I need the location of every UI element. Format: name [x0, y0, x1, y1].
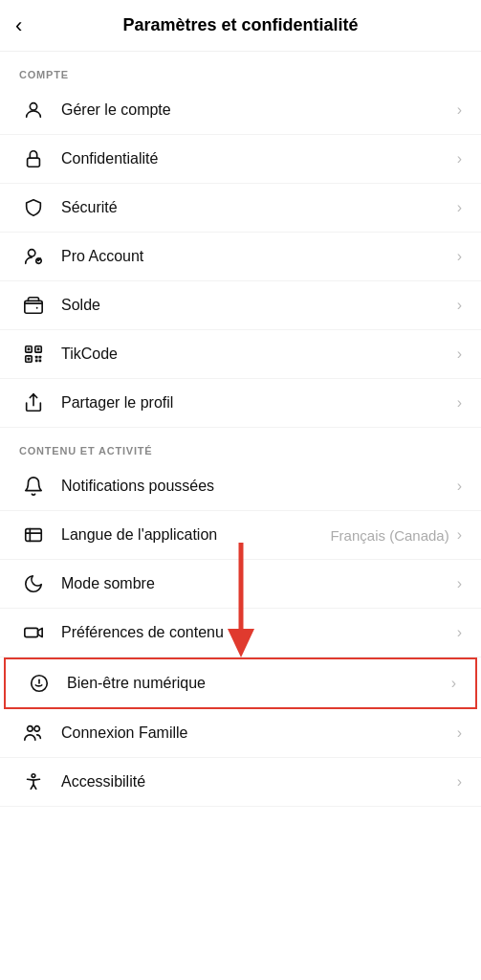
menu-value-language: Français (Canada)	[330, 527, 448, 544]
svg-rect-10	[35, 360, 38, 363]
video-icon	[19, 622, 48, 643]
menu-label-family-pairing: Connexion Famille	[61, 724, 453, 742]
menu-label-balance: Solde	[61, 297, 453, 314]
lock-icon	[19, 148, 48, 169]
tikcode-icon	[19, 344, 48, 365]
chevron-icon-pro-account: ›	[457, 248, 462, 265]
menu-item-manage-account[interactable]: Gérer le compte ›	[0, 86, 481, 135]
chevron-icon-family-pairing: ›	[457, 724, 462, 742]
share-icon	[19, 392, 48, 413]
svg-rect-12	[28, 348, 31, 351]
svg-rect-8	[35, 356, 38, 359]
svg-marker-19	[228, 629, 254, 657]
shield-icon	[19, 197, 48, 218]
accessibility-icon	[19, 771, 48, 792]
svg-point-22	[34, 726, 39, 732]
menu-item-notifications[interactable]: Notifications poussées ›	[0, 462, 481, 511]
menu-item-tikcode[interactable]: TikCode ›	[0, 330, 481, 379]
svg-rect-11	[39, 360, 42, 363]
svg-rect-14	[28, 358, 31, 361]
menu-label-tikcode: TikCode	[61, 345, 453, 363]
svg-rect-9	[39, 356, 42, 359]
wellbeing-icon	[25, 673, 54, 694]
menu-item-balance[interactable]: Solde ›	[0, 281, 481, 330]
chevron-icon-accessibility: ›	[457, 773, 462, 791]
down-arrow-icon	[222, 543, 260, 657]
section-label-0: COMPTE	[0, 52, 481, 86]
person-icon	[19, 100, 48, 121]
header: ‹ Paramètres et confidentialité	[0, 0, 481, 52]
menu-label-notifications: Notifications poussées	[61, 478, 453, 495]
svg-rect-1	[28, 158, 40, 167]
chevron-icon-notifications: ›	[457, 478, 462, 495]
menu-item-accessibility[interactable]: Accessibilité ›	[0, 758, 481, 807]
chevron-icon-content-prefs: ›	[457, 624, 462, 641]
menu-label-share-profile: Partager le profil	[61, 394, 453, 412]
chevron-icon-tikcode: ›	[457, 345, 462, 363]
page-title: Paramètres et confidentialité	[122, 15, 358, 35]
menu-item-family-pairing[interactable]: Connexion Famille ›	[0, 709, 481, 758]
back-button[interactable]: ‹	[15, 13, 22, 38]
menu-label-pro-account: Pro Account	[61, 248, 453, 265]
wallet-icon	[19, 295, 48, 316]
svg-point-23	[32, 774, 35, 778]
svg-point-2	[29, 250, 35, 256]
menu-item-share-profile[interactable]: Partager le profil ›	[0, 379, 481, 428]
menu-label-language: Langue de l'application	[61, 526, 330, 544]
menu-label-manage-account: Gérer le compte	[61, 101, 453, 119]
chevron-icon-security: ›	[457, 199, 462, 216]
chevron-icon-balance: ›	[457, 297, 462, 314]
chevron-icon-manage-account: ›	[457, 101, 462, 119]
svg-rect-4	[25, 301, 42, 313]
family-icon	[19, 723, 48, 744]
svg-rect-13	[37, 348, 40, 351]
pro-person-icon	[19, 246, 48, 267]
chevron-icon-share-profile: ›	[457, 394, 462, 412]
moon-icon	[19, 573, 48, 594]
menu-item-security[interactable]: Sécurité ›	[0, 184, 481, 233]
menu-label-privacy: Confidentialité	[61, 150, 453, 167]
chevron-icon-privacy: ›	[457, 150, 462, 167]
svg-point-21	[28, 726, 33, 732]
chevron-icon-language: ›	[457, 526, 462, 544]
menu-label-digital-wellbeing: Bien-être numérique	[67, 675, 448, 692]
menu-label-security: Sécurité	[61, 199, 453, 216]
language-icon	[19, 524, 48, 546]
svg-rect-16	[26, 529, 42, 542]
chevron-icon-dark-mode: ›	[457, 575, 462, 592]
menu-label-accessibility: Accessibilité	[61, 773, 453, 791]
svg-rect-17	[25, 628, 38, 636]
svg-point-0	[30, 103, 36, 110]
menu-item-pro-account[interactable]: Pro Account ›	[0, 233, 481, 281]
menu-item-digital-wellbeing[interactable]: Bien-être numérique ›	[4, 657, 477, 709]
bell-icon	[19, 476, 48, 497]
section-label-1: CONTENU ET ACTIVITÉ	[0, 428, 481, 462]
menu-item-privacy[interactable]: Confidentialité ›	[0, 135, 481, 184]
chevron-icon-digital-wellbeing: ›	[451, 675, 456, 692]
